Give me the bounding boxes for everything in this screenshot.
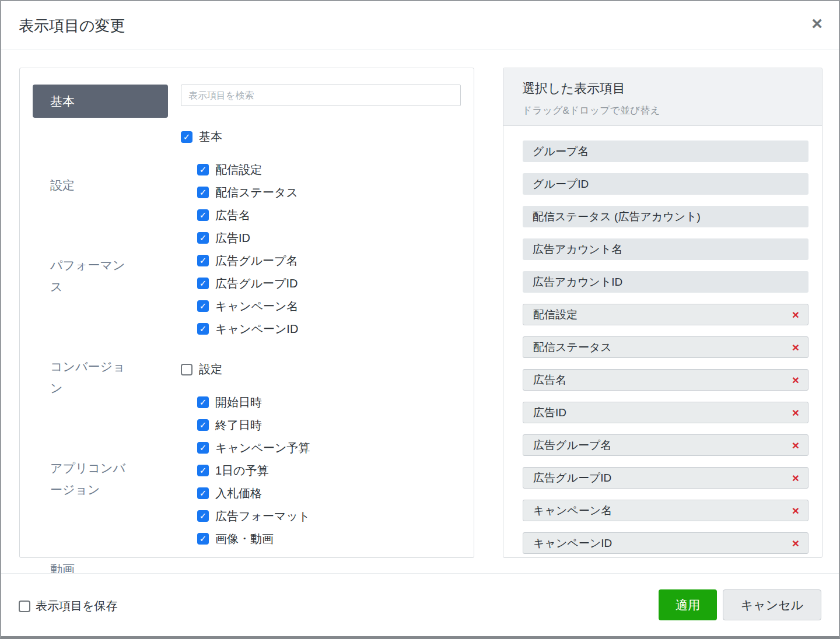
sidebar-category-item[interactable]: 基本 [33,85,168,118]
selected-item-label: グループ名 [533,144,589,159]
checkbox-group: 基本 配信設定 [181,129,461,336]
sidebar-category-item[interactable]: アプリコンバ ージョン [33,414,168,500]
checkbox-groups: 基本 配信設定 [181,129,461,546]
selected-item-label: 広告ID [533,405,566,420]
item-checkbox-row[interactable]: 開始日時 [197,395,461,409]
selected-item-pill[interactable]: 広告グループID × [523,467,808,489]
search-input[interactable] [181,85,461,106]
item-label: 配信設定 [215,162,262,178]
remove-icon[interactable]: × [792,537,799,549]
remove-icon[interactable]: × [792,341,799,353]
item-checkbox-row[interactable]: 終了日時 [197,418,461,432]
item-checkbox[interactable] [197,533,209,545]
selected-item-pill[interactable]: キャンペーンID × [523,532,808,554]
save-checkbox[interactable] [19,601,30,612]
close-icon[interactable]: × [811,14,822,33]
item-checkbox-row[interactable]: 1日の予算 [197,464,461,478]
item-checkbox-row[interactable]: 配信ステータス [197,185,461,199]
group-label: 設定 [199,361,222,377]
item-checkbox-row[interactable]: キャンペーン名 [197,299,461,313]
selected-item-label: 広告アカウントID [533,275,622,290]
item-label: キャンペーン予算 [215,440,310,456]
item-checkbox[interactable] [197,442,209,454]
selected-item-label: 広告アカウント名 [533,242,622,257]
item-label: 広告フォーマット [215,508,310,524]
group-checkbox-row[interactable]: 設定 [181,361,461,377]
selected-item-pill[interactable]: 広告グループ名 × [523,434,808,456]
item-checkbox-row[interactable]: キャンペーン予算 [197,441,461,455]
selected-item-pill[interactable]: 広告アカウントID [523,271,808,293]
item-checkbox-row[interactable]: 広告グループ名 [197,254,461,268]
item-checkbox[interactable] [197,510,209,522]
remove-icon[interactable]: × [792,472,799,484]
item-checkbox[interactable] [197,187,209,198]
save-display-items-row[interactable]: 表示項目を保存 [19,598,117,614]
item-label: 終了日時 [215,417,262,433]
apply-button[interactable]: 適用 [659,589,717,620]
selected-item-label: 配信設定 [533,307,578,322]
dialog-header: 表示項目の変更 × [1,1,839,50]
remove-icon[interactable]: × [792,374,799,386]
selected-item-pill[interactable]: キャンペーン名 × [523,500,808,521]
selected-item-pill[interactable]: グループID [523,173,808,195]
selected-item-pill[interactable]: 広告名 × [523,369,808,391]
sidebar-category-item[interactable]: パフォーマン ス [33,211,168,297]
item-checkbox[interactable] [197,323,209,335]
checkbox-group: 設定 開始日時 [181,361,461,546]
item-checkbox[interactable] [197,164,209,175]
selected-item-pill[interactable]: 広告ID × [523,402,808,423]
selected-items-panel: 選択した表示項目 ドラッグ&ドロップで並び替え グループ名 グループID 配信ス… [503,68,822,558]
item-checkbox-row[interactable]: 広告グループID [197,276,461,290]
remove-icon[interactable]: × [792,504,799,517]
remove-icon[interactable]: × [792,406,799,419]
item-checkbox[interactable] [197,487,209,499]
item-checkbox[interactable] [197,278,209,289]
save-checkbox-label: 表示項目を保存 [36,598,117,614]
selected-item-pill[interactable]: 広告アカウント名 [523,238,808,260]
sidebar-category-label: 設定 [50,178,75,192]
item-checkbox[interactable] [197,465,209,476]
group-label: 基本 [199,129,222,145]
category-sidebar: 基本 設定 パフォーマン ス コンバージョ ン [33,68,168,639]
item-label: キャンペーン名 [215,299,298,314]
group-checkbox-row[interactable]: 基本 [181,129,461,145]
selected-item-pill[interactable]: 配信ステータス (広告アカウント) [523,206,808,227]
remove-icon[interactable]: × [792,308,799,321]
item-checkbox-row[interactable]: 広告名 [197,208,461,222]
item-label: 広告ID [215,230,250,246]
item-checkbox-row[interactable]: 画像・動画 [197,532,461,546]
item-checkbox-row[interactable]: キャンペーンID [197,322,461,336]
sidebar-category-label: 基本 [50,94,75,108]
group-checkbox[interactable] [181,131,192,143]
group-checkbox[interactable] [181,364,192,375]
sidebar-category-item[interactable]: 設定 [33,131,168,196]
checkbox-column: 基本 配信設定 [181,68,461,554]
selected-item-pill[interactable]: 配信設定 × [523,304,808,325]
remove-icon[interactable]: × [792,439,799,451]
item-checkbox[interactable] [197,419,209,431]
item-checkbox-row[interactable]: 入札価格 [197,486,461,500]
selected-item-label: 広告グループ名 [533,438,611,453]
item-label: 広告グループID [215,276,298,292]
selected-item-pill[interactable]: グループ名 [523,141,808,162]
item-checkbox-row[interactable]: 広告フォーマット [197,509,461,523]
item-checkbox[interactable] [197,300,209,312]
item-label: 広告グループ名 [215,253,298,269]
sidebar-category-label: アプリコンバ ージョン [50,461,125,496]
selected-item-label: 配信ステータス (広告アカウント) [533,209,701,224]
item-checkbox[interactable] [197,255,209,266]
item-checkbox[interactable] [197,396,209,408]
sidebar-category-label: パフォーマン ス [50,258,125,293]
item-label: 広告名 [215,208,250,223]
item-checkbox-row[interactable]: 配信設定 [197,163,461,177]
selected-item-pill[interactable]: 配信ステータス × [523,336,808,358]
item-checkbox[interactable] [197,232,209,244]
sidebar-category-item[interactable]: コンバージョ ン [33,313,168,399]
selected-item-label: 広告グループID [533,471,611,486]
item-label: キャンペーンID [215,321,298,337]
item-checkbox[interactable] [197,209,209,221]
cancel-button[interactable]: キャンセル [723,589,821,620]
item-label: 1日の予算 [215,463,269,479]
item-checkbox-row[interactable]: 広告ID [197,231,461,245]
sidebar-category-item[interactable]: 動画 [33,515,168,580]
